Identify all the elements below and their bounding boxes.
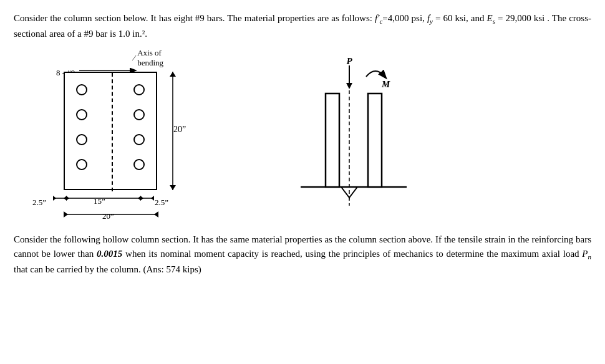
bar-circle-l2 <box>76 109 87 120</box>
p2-mid: when its nominal moment capacity is reac… <box>122 249 582 259</box>
bar-circle-r4 <box>133 159 145 170</box>
problem2-text: Consider the following hollow column sec… <box>14 232 591 277</box>
diagrams-row: ∕ Axis of bending 8 - #9 <box>14 47 591 228</box>
bar-circle-r2 <box>133 109 145 120</box>
svg-text:M: M <box>381 79 390 89</box>
dashed-center-line <box>112 73 113 191</box>
dim-25-right-label: 2.5” <box>155 198 168 208</box>
svg-rect-21 <box>326 93 339 187</box>
svg-marker-11 <box>140 196 143 201</box>
page-container: Consider the column section below. It ha… <box>14 11 591 277</box>
svg-marker-19 <box>346 83 352 89</box>
p2-end: that can be carried by the column. (Ans:… <box>14 264 201 274</box>
svg-text:P: P <box>346 56 352 66</box>
dim-25-left-label: 2.5” <box>32 198 46 208</box>
bar-circle-r3 <box>133 134 145 145</box>
p2-bold-val: 0.0015 <box>97 249 122 259</box>
fc-symbol: f′c <box>375 13 382 23</box>
p1-intro: Consider the column section below. It ha… <box>14 13 375 23</box>
hollow-column-diagram: P M <box>276 53 438 218</box>
svg-marker-8 <box>66 196 69 201</box>
bar-circle-l3 <box>76 134 87 145</box>
p1-equals1: = 60 ksi, and <box>433 13 487 23</box>
dim-25-left-arrow <box>53 194 67 202</box>
hollow-col-svg: P M <box>276 53 438 218</box>
dim-20-right-label: 20” <box>173 125 186 135</box>
es-symbol: Es <box>487 13 495 23</box>
svg-rect-22 <box>368 93 382 187</box>
problem1-text: Consider the column section below. It ha… <box>14 11 591 41</box>
p1-props: =4,000 psi, <box>382 13 427 23</box>
svg-marker-12 <box>151 196 154 201</box>
dim-15-label: 15” <box>94 196 105 206</box>
circles-right <box>133 84 145 170</box>
bar-circle-l4 <box>76 159 87 170</box>
circles-left <box>76 84 87 170</box>
column-section-diagram: ∕ Axis of bending 8 - #9 <box>14 47 251 228</box>
bar-circle-r1 <box>133 84 145 95</box>
svg-marker-15 <box>154 211 158 218</box>
column-rect <box>64 72 157 190</box>
svg-marker-14 <box>64 211 68 218</box>
dim-25-right-arrow <box>140 194 154 202</box>
p2-pn: Pn <box>582 249 591 259</box>
p1-equals2: = 29,000 ksi <box>495 13 544 23</box>
svg-marker-5 <box>53 196 56 201</box>
fy-symbol: fy <box>427 13 433 23</box>
bar-circle-l1 <box>76 84 87 95</box>
svg-marker-2 <box>170 72 176 77</box>
dim-20-bottom-label: 20” <box>102 211 114 221</box>
svg-marker-3 <box>170 185 176 190</box>
axis-line1: Axis of <box>137 48 163 58</box>
